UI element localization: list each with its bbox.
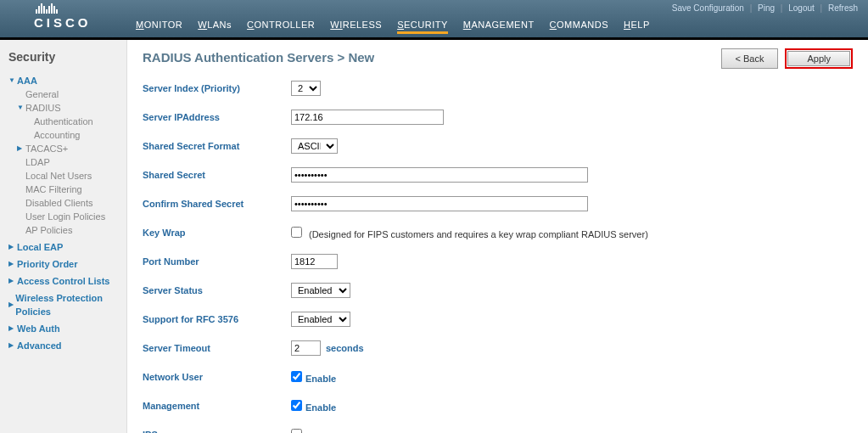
- collapse-icon[interactable]: ▼: [17, 101, 25, 115]
- back-button[interactable]: < Back: [721, 48, 779, 69]
- nav-help[interactable]: HELP: [624, 20, 650, 34]
- expand-icon[interactable]: ▶: [8, 322, 17, 335]
- cisco-logo: CISCO: [34, 3, 92, 30]
- label-port: Port Number: [143, 256, 291, 267]
- breadcrumb-current: New: [348, 50, 374, 65]
- page-container: Security ▼AAA General ▼RADIUS Authentica…: [0, 40, 868, 433]
- nav-wlans[interactable]: WLANs: [198, 20, 232, 34]
- expand-icon[interactable]: ▶: [8, 257, 17, 271]
- sidebar-item-authentication[interactable]: Authentication: [8, 115, 120, 128]
- management-checkbox[interactable]: [291, 400, 302, 411]
- sidebar-item-ldap[interactable]: LDAP: [8, 155, 120, 169]
- sidebar-item-localnet[interactable]: Local Net Users: [8, 169, 120, 183]
- rfc3576-select[interactable]: Enabled: [291, 312, 350, 327]
- sidebar-item-advanced[interactable]: Advanced: [17, 339, 62, 352]
- logout-link[interactable]: Logout: [788, 3, 815, 13]
- label-key-wrap: Key Wrap: [143, 228, 291, 238]
- timeout-input[interactable]: [291, 340, 321, 356]
- label-timeout: Server Timeout: [143, 343, 291, 353]
- breadcrumb-parent: RADIUS Authentication Servers: [143, 50, 333, 65]
- top-utility-nav: Save Configuration | Ping | Logout | Ref…: [672, 3, 858, 13]
- sidebar-item-radius[interactable]: RADIUS: [25, 101, 61, 115]
- apply-highlight: Apply: [785, 48, 853, 69]
- apply-button[interactable]: Apply: [787, 51, 850, 66]
- sidebar-item-macfilter[interactable]: MAC Filtering: [8, 183, 120, 196]
- sidebar-item-accounting[interactable]: Accounting: [8, 128, 120, 142]
- server-status-select[interactable]: Enabled: [291, 283, 350, 298]
- sidebar-item-webauth[interactable]: Web Auth: [17, 322, 60, 335]
- sidebar-item-aaa[interactable]: AAA: [17, 74, 37, 87]
- label-server-ip: Server IPAddress: [143, 112, 291, 122]
- label-server-status: Server Status: [143, 285, 291, 295]
- expand-icon[interactable]: ▶: [17, 142, 25, 155]
- nav-controller[interactable]: CONTROLLER: [247, 20, 315, 34]
- label-confirm-secret: Confirm Shared Secret: [143, 199, 291, 209]
- sidebar-item-loginpol[interactable]: User Login Policies: [8, 210, 120, 223]
- app-header: CISCO Save Configuration | Ping | Logout…: [0, 0, 868, 37]
- collapse-icon[interactable]: ▼: [8, 74, 17, 87]
- sidebar-item-wpp[interactable]: Wireless Protection Policies: [15, 291, 120, 318]
- timeout-unit: seconds: [326, 343, 364, 353]
- key-wrap-note: (Designed for FIPS customers and require…: [309, 229, 648, 239]
- expand-icon[interactable]: ▶: [8, 274, 17, 288]
- shared-secret-input[interactable]: [291, 167, 588, 183]
- nav-monitor[interactable]: MONITOR: [136, 20, 182, 34]
- label-ipsec: IPSec: [143, 430, 291, 433]
- ipsec-checkbox[interactable]: [291, 429, 302, 434]
- sidebar-item-tacacs[interactable]: TACACS+: [25, 142, 68, 155]
- main-content: < Back Apply RADIUS Authentication Serve…: [127, 40, 868, 433]
- sidebar-item-priority[interactable]: Priority Order: [17, 257, 78, 271]
- brand-text: CISCO: [34, 15, 92, 30]
- server-ip-input[interactable]: [291, 110, 444, 125]
- sidebar-item-localeap[interactable]: Local EAP: [17, 240, 63, 254]
- sidebar-item-acl[interactable]: Access Control Lists: [17, 274, 109, 288]
- label-network-user: Network User: [143, 372, 291, 382]
- label-management: Management: [143, 401, 291, 411]
- enable-label: Enable: [305, 402, 336, 413]
- save-config-link[interactable]: Save Configuration: [672, 3, 744, 13]
- port-input[interactable]: [291, 254, 338, 269]
- action-buttons: < Back Apply: [721, 48, 853, 69]
- sidebar-title: Security: [8, 50, 120, 64]
- nav-security[interactable]: SECURITY: [397, 20, 448, 34]
- network-user-checkbox[interactable]: [291, 371, 302, 382]
- key-wrap-checkbox[interactable]: [291, 227, 302, 238]
- label-shared-secret: Shared Secret: [143, 170, 291, 180]
- expand-icon[interactable]: ▶: [8, 240, 17, 254]
- cisco-bars-icon: [34, 3, 92, 14]
- nav-wireless[interactable]: WIRELESS: [330, 20, 382, 34]
- main-nav: MONITOR WLANs CONTROLLER WIRELESS SECURI…: [136, 20, 650, 34]
- label-rfc3576: Support for RFC 3576: [143, 314, 291, 324]
- refresh-link[interactable]: Refresh: [828, 3, 858, 13]
- confirm-secret-input[interactable]: [291, 196, 588, 211]
- secret-format-select[interactable]: ASCII: [291, 138, 338, 154]
- sidebar-item-disabled[interactable]: Disabled Clients: [8, 196, 120, 210]
- expand-icon[interactable]: ▶: [8, 298, 15, 312]
- nav-commands[interactable]: COMMANDS: [550, 20, 608, 34]
- sidebar-item-general[interactable]: General: [8, 87, 120, 101]
- nav-management[interactable]: MANAGEMENT: [463, 20, 535, 34]
- sidebar: Security ▼AAA General ▼RADIUS Authentica…: [0, 40, 127, 433]
- enable-label: Enable: [305, 374, 336, 384]
- label-secret-format: Shared Secret Format: [143, 141, 291, 151]
- ping-link[interactable]: Ping: [758, 3, 775, 13]
- expand-icon[interactable]: ▶: [8, 339, 17, 352]
- label-server-index: Server Index (Priority): [143, 83, 291, 93]
- server-index-select[interactable]: 2: [291, 81, 321, 96]
- sidebar-item-appol[interactable]: AP Policies: [8, 223, 120, 237]
